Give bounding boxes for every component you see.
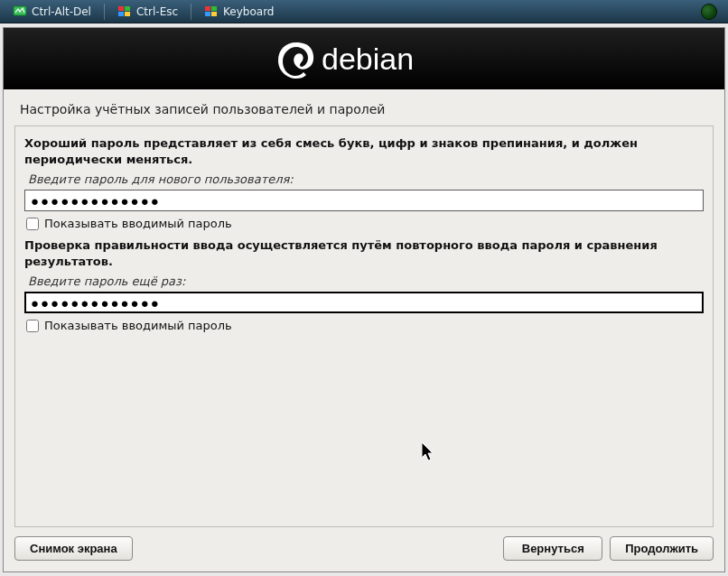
intro-text: Хороший пароль представляет из себя смес… xyxy=(24,135,704,167)
password-label: Введите пароль для нового пользователя: xyxy=(28,172,704,186)
ctrl-esc-label: Ctrl-Esc xyxy=(136,5,178,18)
banner: debian xyxy=(4,28,724,89)
ctrl-alt-del-button[interactable]: Ctrl-Alt-Del xyxy=(5,3,98,21)
password-confirm-input[interactable] xyxy=(24,292,704,313)
svg-rect-1 xyxy=(118,6,124,11)
viewer-toolbar: Ctrl-Alt-Del Ctrl-Esc Keyboard xyxy=(0,0,728,23)
show-password-checkbox[interactable] xyxy=(26,218,39,230)
svg-rect-2 xyxy=(125,6,130,11)
show-password-confirm-row[interactable]: Показывать вводимый пароль xyxy=(26,319,704,332)
page-title: Настройка учётных записей пользователей … xyxy=(4,89,724,125)
svg-text:debian: debian xyxy=(322,42,414,76)
svg-rect-7 xyxy=(205,12,210,16)
show-password-row[interactable]: Показывать вводимый пароль xyxy=(26,217,704,230)
keyboard-label: Keyboard xyxy=(223,5,274,18)
screenshot-button[interactable]: Снимок экрана xyxy=(14,536,133,561)
svg-rect-6 xyxy=(211,6,217,11)
spacer xyxy=(24,339,704,516)
separator xyxy=(191,4,191,20)
svg-rect-4 xyxy=(125,12,130,16)
content-area: Хороший пароль представляет из себя смес… xyxy=(14,125,714,527)
separator xyxy=(104,4,105,20)
show-password-confirm-checkbox[interactable] xyxy=(26,320,39,332)
debian-logo-icon: debian xyxy=(269,33,459,84)
installer-window: debian Настройка учётных записей пользов… xyxy=(3,27,725,572)
ctrl-esc-button[interactable]: Ctrl-Esc xyxy=(110,3,185,21)
connection-status-icon xyxy=(701,4,717,20)
windows-icon xyxy=(117,5,132,19)
svg-rect-5 xyxy=(205,6,210,11)
show-password-confirm-label: Показывать вводимый пароль xyxy=(44,319,232,332)
windows-icon xyxy=(204,5,219,19)
show-password-label: Показывать вводимый пароль xyxy=(44,217,232,230)
monitor-icon xyxy=(13,5,27,19)
button-bar: Снимок экрана Вернуться Продолжить xyxy=(4,527,724,571)
password-input[interactable] xyxy=(24,190,704,211)
keyboard-button[interactable]: Keyboard xyxy=(197,3,281,21)
password-confirm-label: Введите пароль ещё раз: xyxy=(28,274,704,288)
continue-button[interactable]: Продолжить xyxy=(610,536,714,561)
svg-rect-3 xyxy=(118,12,124,16)
ctrl-alt-del-label: Ctrl-Alt-Del xyxy=(32,5,91,18)
verify-text: Проверка правильности ввода осуществляет… xyxy=(24,237,704,269)
svg-rect-8 xyxy=(211,12,217,16)
back-button[interactable]: Вернуться xyxy=(503,536,602,561)
